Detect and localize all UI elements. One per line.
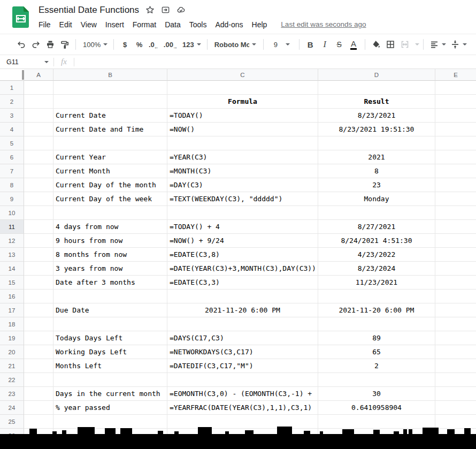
cell-E16[interactable] bbox=[435, 290, 476, 303]
cell-A3[interactable] bbox=[24, 109, 53, 123]
cell-A24[interactable] bbox=[24, 401, 53, 415]
borders-button[interactable] bbox=[383, 37, 398, 52]
cell-E21[interactable] bbox=[435, 359, 476, 373]
cell-E10[interactable] bbox=[435, 206, 476, 220]
cell-D10[interactable] bbox=[318, 206, 435, 220]
cell-B10[interactable] bbox=[53, 206, 167, 220]
row-header-16[interactable]: 16 bbox=[0, 290, 24, 303]
decrease-decimal-button[interactable]: .0← bbox=[147, 37, 162, 52]
more-formats-button[interactable]: 123 bbox=[180, 37, 203, 52]
undo-button[interactable] bbox=[14, 37, 28, 52]
cell-D2[interactable]: Result bbox=[318, 95, 435, 109]
cell-D16[interactable] bbox=[318, 290, 435, 303]
row-header-1[interactable]: 1 bbox=[0, 81, 24, 95]
sheets-logo-icon[interactable] bbox=[11, 5, 31, 29]
column-header-A[interactable]: A bbox=[24, 69, 53, 81]
column-header-C[interactable]: C bbox=[167, 69, 318, 81]
cell-C11[interactable]: =TODAY() + 4 bbox=[167, 220, 318, 234]
cell-C1[interactable] bbox=[167, 81, 318, 95]
print-button[interactable] bbox=[43, 37, 57, 52]
cell-A22[interactable] bbox=[24, 373, 53, 387]
row-header-12[interactable]: 12 bbox=[0, 234, 24, 248]
strikethrough-button[interactable]: S bbox=[332, 37, 347, 52]
font-family-select[interactable]: Roboto Mo... bbox=[211, 37, 259, 52]
row-header-24[interactable]: 24 bbox=[0, 401, 24, 415]
cell-D13[interactable]: 4/23/2022 bbox=[318, 248, 435, 262]
cell-C4[interactable]: =NOW() bbox=[167, 123, 318, 136]
cell-E11[interactable] bbox=[435, 220, 476, 234]
move-folder-icon[interactable] bbox=[161, 5, 170, 14]
cloud-status-icon[interactable] bbox=[176, 5, 186, 14]
cell-B13[interactable]: 8 months from now bbox=[53, 248, 167, 262]
row-header-20[interactable]: 20 bbox=[0, 345, 24, 359]
cell-C16[interactable] bbox=[167, 290, 318, 303]
menu-format[interactable]: Format bbox=[128, 20, 160, 29]
cell-D23[interactable]: 30 bbox=[318, 387, 435, 401]
name-box[interactable]: G11 bbox=[0, 55, 53, 69]
cell-C9[interactable]: =TEXT(WEEKDAY(C3), "ddddd") bbox=[167, 192, 318, 206]
cell-D12[interactable]: 8/24/2021 4:51:30 bbox=[318, 234, 435, 248]
column-header-E[interactable]: E bbox=[435, 69, 476, 81]
menu-file[interactable]: File bbox=[39, 20, 55, 29]
cell-C2[interactable]: Formula bbox=[167, 95, 318, 109]
cell-A9[interactable] bbox=[24, 192, 53, 206]
cell-D4[interactable]: 8/23/2021 19:51:30 bbox=[318, 123, 435, 136]
cell-A1[interactable] bbox=[24, 81, 53, 95]
column-header-D[interactable]: D bbox=[318, 69, 435, 81]
cell-B1[interactable] bbox=[53, 81, 167, 95]
cell-E4[interactable] bbox=[435, 123, 476, 136]
cell-C18[interactable] bbox=[167, 317, 318, 331]
text-color-button[interactable]: A bbox=[347, 37, 361, 52]
row-header-18[interactable]: 18 bbox=[0, 317, 24, 331]
cell-D11[interactable]: 8/27/2021 bbox=[318, 220, 435, 234]
row-header-4[interactable]: 4 bbox=[0, 123, 24, 136]
cell-E17[interactable] bbox=[435, 303, 476, 317]
cell-A19[interactable] bbox=[24, 331, 53, 345]
cell-B19[interactable]: Todays Days Left bbox=[53, 331, 167, 345]
cell-B21[interactable]: Months Left bbox=[53, 359, 167, 373]
select-all-corner[interactable] bbox=[0, 69, 24, 81]
cell-B4[interactable]: Current Date and Time bbox=[53, 123, 167, 136]
cell-E6[interactable] bbox=[435, 150, 476, 164]
cell-A13[interactable] bbox=[24, 248, 53, 262]
cell-A7[interactable] bbox=[24, 164, 53, 178]
vertical-align-button[interactable] bbox=[448, 37, 469, 52]
cell-B17[interactable]: Due Date bbox=[53, 303, 167, 317]
cell-E23[interactable] bbox=[435, 387, 476, 401]
horizontal-align-button[interactable] bbox=[427, 37, 448, 52]
last-edit-link[interactable]: Last edit was seconds ago bbox=[281, 20, 366, 28]
row-header-23[interactable]: 23 bbox=[0, 387, 24, 401]
row-header-17[interactable]: 17 bbox=[0, 303, 24, 317]
cell-B6[interactable]: Current Year bbox=[53, 150, 167, 164]
cell-B8[interactable]: Current Day of the month bbox=[53, 178, 167, 192]
cell-C24[interactable]: =YEARFRAC(DATE(YEAR(C3),1,1),C3,1) bbox=[167, 401, 318, 415]
cell-E22[interactable] bbox=[435, 373, 476, 387]
cell-B2[interactable] bbox=[53, 95, 167, 109]
fill-color-button[interactable] bbox=[369, 37, 383, 52]
cell-B22[interactable] bbox=[53, 373, 167, 387]
cell-D3[interactable]: 8/23/2021 bbox=[318, 109, 435, 123]
cell-A23[interactable] bbox=[24, 387, 53, 401]
cell-B15[interactable]: Date after 3 months bbox=[53, 276, 167, 290]
menu-help[interactable]: Help bbox=[248, 20, 272, 29]
cell-D21[interactable]: 2 bbox=[318, 359, 435, 373]
row-header-11[interactable]: 11 bbox=[0, 220, 24, 234]
cell-E3[interactable] bbox=[435, 109, 476, 123]
cell-C19[interactable]: =DAYS(C17,C3) bbox=[167, 331, 318, 345]
cell-C10[interactable] bbox=[167, 206, 318, 220]
cell-B7[interactable]: Current Month bbox=[53, 164, 167, 178]
formula-input[interactable] bbox=[74, 55, 476, 69]
row-header-8[interactable]: 8 bbox=[0, 178, 24, 192]
cell-A16[interactable] bbox=[24, 290, 53, 303]
menu-tools[interactable]: Tools bbox=[185, 20, 211, 29]
cell-C3[interactable]: =TODAY() bbox=[167, 109, 318, 123]
row-header-13[interactable]: 13 bbox=[0, 248, 24, 262]
currency-format-button[interactable]: $ bbox=[118, 37, 132, 52]
cell-A4[interactable] bbox=[24, 123, 53, 136]
row-header-2[interactable]: 2 bbox=[0, 95, 24, 109]
cell-D24[interactable]: 0.6410958904 bbox=[318, 401, 435, 415]
cell-C23[interactable]: =EOMONTH(C3,0) - (EOMONTH(C3,-1) + bbox=[167, 387, 318, 401]
cell-B25[interactable] bbox=[53, 415, 167, 429]
cell-B18[interactable] bbox=[53, 317, 167, 331]
cell-D15[interactable]: 11/23/2021 bbox=[318, 276, 435, 290]
